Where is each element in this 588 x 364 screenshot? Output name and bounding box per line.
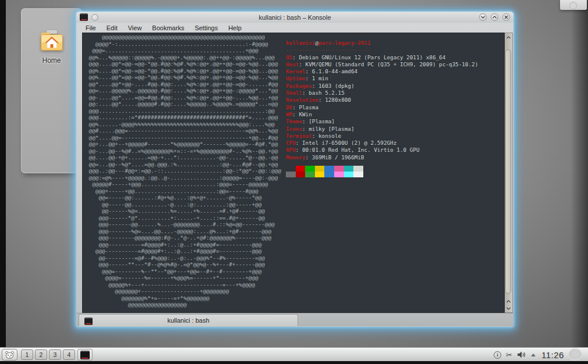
scrollbar-thumb[interactable] bbox=[505, 49, 511, 294]
window-title: kullanici : bash – Konsole bbox=[76, 14, 513, 21]
menu-edit[interactable]: Edit bbox=[102, 24, 122, 32]
menu-view[interactable]: View bbox=[123, 24, 147, 32]
clock[interactable]: 11:26 bbox=[541, 350, 564, 360]
menubar: FileEditViewBookmarksSettingsHelp bbox=[76, 23, 513, 33]
menu-settings[interactable]: Settings bbox=[190, 24, 222, 32]
panel-toolbox-icon[interactable] bbox=[568, 348, 582, 361]
pager-desktop-2[interactable]: 2 bbox=[35, 349, 47, 360]
palette-row1 bbox=[286, 166, 363, 172]
palette-block bbox=[315, 172, 325, 177]
scroll-up-icon[interactable] bbox=[505, 34, 512, 40]
system-tray: i ✂ 11:26 bbox=[494, 348, 564, 361]
clipboard-scissors-icon[interactable]: ✂ bbox=[506, 351, 512, 359]
tabbar: kullanici : bash bbox=[76, 313, 513, 326]
pager-desktop-1[interactable]: 1 bbox=[21, 349, 33, 360]
app-launcher-button[interactable] bbox=[2, 349, 17, 361]
palette-block bbox=[334, 166, 344, 172]
palette-block bbox=[305, 172, 315, 177]
menu-help[interactable]: Help bbox=[224, 24, 246, 32]
close-icon bbox=[504, 15, 508, 19]
palette-block bbox=[353, 166, 363, 172]
menu-bookmarks[interactable]: Bookmarks bbox=[147, 24, 189, 32]
volume-icon[interactable] bbox=[517, 351, 526, 359]
folder-view-widget[interactable]: Home bbox=[21, 8, 82, 173]
palette-block bbox=[344, 166, 354, 172]
palette-block bbox=[296, 172, 306, 177]
palette-block bbox=[315, 166, 325, 172]
minimize-button[interactable] bbox=[479, 13, 487, 21]
terminal-tab-icon bbox=[84, 317, 93, 325]
chevron-down-icon bbox=[481, 16, 485, 19]
screen: Home kullanici : bash – Konsole bbox=[0, 0, 588, 364]
palette-row2 bbox=[286, 172, 363, 177]
scroll-up2-icon[interactable] bbox=[505, 298, 512, 304]
ascii-art: @@@@@@@@@@@@@@@@@@@@@@@@@@@@@@@@@@@@@@@@… bbox=[86, 34, 281, 308]
pager: 1234 bbox=[21, 349, 75, 360]
maximize-button[interactable] bbox=[491, 13, 498, 21]
palette-block bbox=[353, 172, 363, 177]
home-folder-icon bbox=[39, 30, 65, 55]
konsole-task-icon bbox=[80, 351, 90, 359]
desktop-toolbox[interactable] bbox=[560, 0, 587, 10]
color-palette bbox=[286, 166, 363, 177]
palette-block bbox=[305, 166, 315, 172]
terminal-view[interactable]: @@@@@@@@@@@@@@@@@@@@@@@@@@@@@@@@@@@@@@@@… bbox=[82, 33, 505, 313]
scrollbar[interactable] bbox=[505, 33, 513, 313]
taskbar-konsole-button[interactable] bbox=[77, 349, 93, 361]
palette-block bbox=[296, 166, 306, 172]
palette-block bbox=[324, 172, 334, 177]
konsole-window: kullanici : bash – Konsole FileEditViewB… bbox=[76, 12, 513, 327]
close-button[interactable] bbox=[502, 13, 510, 21]
neofetch-info: kullanici@pars-legacy-2011--------------… bbox=[286, 40, 478, 161]
chevron-up-icon bbox=[493, 16, 497, 19]
notifications-info-icon[interactable]: i bbox=[494, 351, 501, 359]
tab-kullanici-bash[interactable]: kullanici : bash bbox=[79, 314, 298, 326]
palette-block bbox=[344, 172, 354, 177]
tab-label: kullanici : bash bbox=[167, 317, 209, 324]
palette-block bbox=[334, 172, 344, 177]
palette-block bbox=[324, 166, 334, 172]
pars-launcher-icon bbox=[5, 351, 14, 359]
home-label: Home bbox=[22, 56, 82, 65]
tray-expand-icon[interactable] bbox=[531, 354, 536, 356]
titlebar[interactable]: kullanici : bash – Konsole bbox=[76, 12, 513, 23]
desktop-toolbox-icon bbox=[569, 2, 577, 9]
scroll-down-icon[interactable] bbox=[505, 305, 512, 311]
desktop-icon-home[interactable]: Home bbox=[22, 30, 82, 65]
pager-desktop-3[interactable]: 3 bbox=[49, 349, 61, 360]
taskbar-panel: 1234 i ✂ 11:26 bbox=[0, 348, 588, 361]
menu-file[interactable]: File bbox=[81, 24, 101, 32]
pager-desktop-4[interactable]: 4 bbox=[63, 349, 75, 360]
palette-block bbox=[286, 172, 296, 177]
